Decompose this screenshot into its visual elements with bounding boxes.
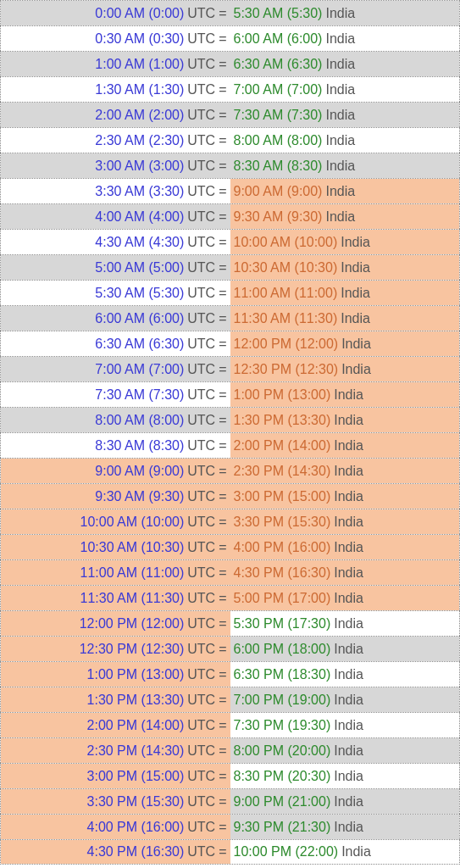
utc-cell: 11:00 AM (11:00)UTC=	[1, 560, 230, 585]
india-cell: 5:00 PM (17:00)India	[230, 586, 460, 610]
utc-label: UTC	[187, 1, 215, 26]
india-cell: 10:00 PM (22:00)India	[230, 840, 460, 864]
utc-label: UTC	[187, 103, 215, 128]
india-label: India	[334, 484, 363, 509]
table-row: 9:00 AM (9:00)UTC=2:30 PM (14:30)India	[0, 458, 460, 483]
utc-time: 0:30 AM (0:30)	[95, 26, 184, 52]
india-time: 10:30 AM (10:30)	[234, 255, 338, 281]
utc-time: 5:30 AM (5:30)	[95, 281, 184, 306]
india-label: India	[341, 306, 370, 331]
table-row: 1:30 PM (13:30)UTC=7:00 PM (19:00)India	[0, 687, 460, 712]
utc-time: 3:00 AM (3:00)	[95, 153, 184, 179]
india-time: 1:00 PM (13:00)	[234, 382, 331, 408]
india-label: India	[334, 611, 363, 637]
utc-time: 3:00 PM (15:00)	[87, 764, 185, 789]
india-cell: 9:30 AM (9:30)India	[230, 204, 460, 229]
india-label: India	[325, 52, 355, 77]
india-label: India	[334, 408, 363, 433]
utc-label: UTC	[187, 408, 215, 433]
india-cell: 3:00 PM (15:00)India	[230, 484, 460, 509]
utc-cell: 4:00 AM (4:00)UTC=	[1, 204, 230, 229]
utc-label: UTC	[187, 637, 215, 662]
india-cell: 6:00 PM (18:00)India	[230, 637, 460, 661]
table-row: 4:30 AM (4:30)UTC=10:00 AM (10:00)India	[0, 229, 460, 254]
utc-cell: 7:30 AM (7:30)UTC=	[1, 382, 230, 407]
table-row: 6:00 AM (6:00)UTC=11:30 AM (11:30)India	[0, 305, 460, 331]
india-time: 9:30 PM (21:30)	[234, 815, 331, 840]
india-label: India	[334, 789, 363, 815]
india-cell: 6:30 PM (18:30)India	[230, 662, 460, 687]
utc-label: UTC	[187, 560, 215, 586]
utc-time: 3:30 PM (15:30)	[87, 789, 185, 815]
india-cell: 9:00 PM (21:00)India	[230, 789, 460, 814]
india-label: India	[325, 128, 355, 153]
utc-cell: 2:30 AM (2:30)UTC=	[1, 128, 230, 153]
table-row: 10:30 AM (10:30)UTC=4:00 PM (16:00)India	[0, 534, 460, 559]
india-time: 10:00 PM (22:00)	[234, 839, 339, 865]
table-row: 3:30 PM (15:30)UTC=9:00 PM (21:00)India	[0, 788, 460, 814]
india-time: 7:30 PM (19:30)	[234, 713, 331, 738]
utc-cell: 12:30 PM (12:30)UTC=	[1, 637, 230, 661]
india-cell: 8:00 AM (8:00)India	[230, 128, 460, 153]
india-label: India	[334, 459, 363, 484]
india-cell: 10:00 AM (10:00)India	[230, 230, 460, 254]
india-label: India	[325, 204, 355, 230]
table-row: 11:30 AM (11:30)UTC=5:00 PM (17:00)India	[0, 585, 460, 610]
utc-time: 2:00 PM (14:00)	[87, 713, 185, 738]
india-label: India	[341, 230, 370, 255]
india-label: India	[334, 713, 363, 738]
table-row: 12:00 PM (12:00)UTC=5:30 PM (17:30)India	[0, 610, 460, 636]
equals-sign: =	[219, 77, 226, 103]
utc-time: 4:00 PM (16:00)	[87, 815, 185, 840]
utc-time: 12:00 PM (12:00)	[80, 611, 185, 637]
india-cell: 5:30 PM (17:30)India	[230, 611, 460, 636]
india-time: 7:00 PM (19:00)	[234, 687, 331, 713]
utc-time: 2:30 AM (2:30)	[95, 128, 184, 153]
india-cell: 7:00 PM (19:00)India	[230, 687, 460, 712]
india-time: 4:00 PM (16:00)	[234, 535, 331, 560]
utc-time: 2:00 AM (2:00)	[95, 103, 184, 128]
utc-cell: 0:00 AM (0:00)UTC=	[1, 1, 230, 25]
table-row: 4:00 AM (4:00)UTC=9:30 AM (9:30)India	[0, 203, 460, 229]
utc-time: 1:30 AM (1:30)	[95, 77, 184, 103]
equals-sign: =	[219, 230, 226, 255]
utc-time: 8:30 AM (8:30)	[95, 433, 184, 459]
india-time: 10:00 AM (10:00)	[234, 230, 338, 255]
table-row: 4:00 PM (16:00)UTC=9:30 PM (21:30)India	[0, 814, 460, 839]
india-label: India	[334, 738, 363, 764]
india-label: India	[334, 509, 363, 535]
equals-sign: =	[219, 408, 226, 433]
utc-label: UTC	[187, 738, 215, 764]
equals-sign: =	[219, 839, 226, 865]
india-cell: 8:30 PM (20:30)India	[230, 764, 460, 788]
utc-label: UTC	[187, 687, 215, 713]
utc-time: 6:30 AM (6:30)	[95, 331, 184, 357]
utc-time: 0:00 AM (0:00)	[95, 1, 184, 26]
india-time: 8:30 AM (8:30)	[234, 153, 323, 179]
india-cell: 9:00 AM (9:00)India	[230, 179, 460, 203]
table-row: 1:00 PM (13:00)UTC=6:30 PM (18:30)India	[0, 661, 460, 687]
india-label: India	[325, 26, 355, 52]
equals-sign: =	[219, 281, 226, 306]
india-time: 9:30 AM (9:30)	[234, 204, 323, 230]
utc-cell: 9:30 AM (9:30)UTC=	[1, 484, 230, 509]
utc-time: 1:00 PM (13:00)	[87, 662, 185, 687]
utc-cell: 5:00 AM (5:00)UTC=	[1, 255, 230, 280]
india-time: 8:00 AM (8:00)	[234, 128, 323, 153]
utc-cell: 5:30 AM (5:30)UTC=	[1, 281, 230, 305]
india-label: India	[341, 357, 371, 382]
india-time: 12:30 PM (12:30)	[234, 357, 339, 382]
equals-sign: =	[219, 1, 226, 26]
india-cell: 4:00 PM (16:00)India	[230, 535, 460, 559]
india-time: 12:00 PM (12:00)	[234, 331, 339, 357]
utc-cell: 1:00 PM (13:00)UTC=	[1, 662, 230, 687]
table-row: 10:00 AM (10:00)UTC=3:30 PM (15:30)India	[0, 509, 460, 534]
table-row: 3:00 PM (15:00)UTC=8:30 PM (20:30)India	[0, 763, 460, 788]
table-row: 1:00 AM (1:00)UTC=6:30 AM (6:30)India	[0, 51, 460, 76]
table-row: 7:00 AM (7:00)UTC=12:30 PM (12:30)India	[0, 356, 460, 381]
india-label: India	[325, 153, 355, 179]
utc-cell: 3:30 AM (3:30)UTC=	[1, 179, 230, 203]
utc-cell: 4:00 PM (16:00)UTC=	[1, 815, 230, 839]
india-time: 3:00 PM (15:00)	[234, 484, 331, 509]
india-label: India	[325, 77, 355, 103]
